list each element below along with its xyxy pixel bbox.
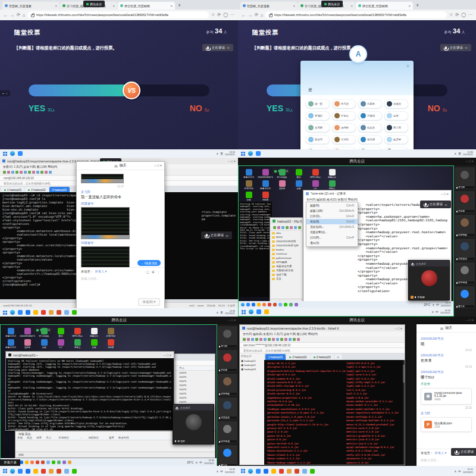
chat-image[interactable]: [81, 207, 130, 239]
window-controls[interactable]: ‒ □ ×: [466, 159, 474, 163]
tray-expand-icon[interactable]: ∧: [431, 310, 434, 314]
start-button[interactable]: [242, 310, 246, 314]
edge-icon[interactable]: [248, 151, 253, 156]
file-menu-item[interactable]: 另存为(A)...Ctrl+Shift+S: [306, 224, 358, 230]
wechat-icon[interactable]: [284, 303, 287, 306]
folder-icon[interactable]: [49, 310, 54, 315]
tray-expand-icon[interactable]: ∧: [454, 469, 456, 473]
tray-expand-icon[interactable]: ∧: [432, 303, 434, 306]
start-button[interactable]: [3, 311, 7, 315]
sync-icon[interactable]: ⟳: [217, 12, 221, 17]
tab-close-icon[interactable]: ×: [170, 4, 173, 8]
desktop-icon[interactable]: 快乐总攻略: [36, 328, 52, 337]
chat-messages[interactable]: 20041813科可杰 嗯 15:11 20041813科可杰 在共享 15:1…: [416, 333, 476, 449]
send-button[interactable]: 发送(S) ▾: [138, 298, 160, 306]
powerpoint-icon[interactable]: [295, 469, 299, 474]
voter-chip[interactable]: 孙伟彬: [332, 123, 356, 132]
input-language[interactable]: 中: [458, 469, 461, 473]
terminal-output[interactable]: derby-10.11.1.1.jardisruptor-3.3.6.jardr…: [264, 360, 405, 465]
file-menu-item[interactable]: 新窗口(W)Ctrl+Shift+N: [306, 208, 358, 214]
participant-tile[interactable]: 童力嘉: [218, 445, 237, 467]
new-session-tab[interactable]: +: [334, 354, 342, 360]
desktop-icon[interactable]: 压缩包: [20, 339, 35, 349]
wps-icon[interactable]: [36, 461, 39, 464]
scrollbar[interactable]: [403, 360, 405, 465]
tab-close-icon[interactable]: ×: [55, 4, 57, 8]
desktop-icon[interactable]: 文档: [241, 192, 256, 201]
chat-sender[interactable]: 龙飞阳: [81, 190, 160, 194]
terminal-output[interactable]: Starting ZK Failover Controllers on NN h…: [6, 358, 174, 430]
wps-icon[interactable]: [268, 303, 271, 306]
edge-icon[interactable]: [10, 469, 15, 474]
start-button[interactable]: [241, 469, 245, 473]
desktop-icon[interactable]: LrC: [308, 180, 323, 190]
wps-icon[interactable]: [41, 469, 46, 474]
voter-chip[interactable]: 方炳成: [358, 111, 382, 120]
file-menu-item[interactable]: 打开(O)...Ctrl+O: [306, 214, 358, 219]
desktop-icon[interactable]: 文档: [291, 180, 306, 190]
notepad-titlebar[interactable]: *core-site (2).xml - 记事本‒ □ ×: [303, 190, 451, 197]
edge-icon[interactable]: [10, 310, 15, 315]
voter-chip[interactable]: 郭亚伦: [306, 135, 330, 144]
voter-chip[interactable]: 益君: [384, 111, 408, 120]
photos-icon[interactable]: [64, 310, 69, 315]
participant-tile[interactable]: 齐老师: [455, 191, 475, 213]
speaker-mini-window[interactable]: 正在讲话 齐老师: [408, 260, 450, 300]
session-item[interactable]: ▣ hadoop01: [241, 359, 265, 363]
window-controls[interactable]: ‒ □ ×: [228, 318, 236, 322]
wechat-icon[interactable]: [310, 469, 315, 474]
browser-tab[interactable]: 智慧树_百度搜索×: [2, 2, 60, 10]
wechat-icon[interactable]: [52, 461, 55, 464]
voter-chip[interactable]: 陈彦男: [384, 135, 408, 144]
xshell-menubar[interactable]: 文件(F) 编辑(E) 查看(V) 工具(T) 选项卡(B) 窗口(W) 帮助(…: [240, 331, 405, 336]
desktop-icon[interactable]: 新建文本: [324, 169, 340, 178]
wps-icon[interactable]: [41, 310, 46, 315]
voter-chip[interactable]: 李逸轩: [306, 111, 330, 120]
meeting-titlebar[interactable]: 腾讯会议‒ □ ×: [238, 317, 476, 324]
new-tab-button[interactable]: +: [416, 2, 419, 8]
input-language[interactable]: 中: [199, 461, 202, 464]
desktop-icon[interactable]: 文档: [36, 339, 52, 349]
explorer-icon[interactable]: [25, 461, 29, 464]
meeting-app-icon[interactable]: [18, 151, 23, 156]
tab-close-icon[interactable]: ×: [350, 4, 353, 8]
window-controls[interactable]: ‒ □ ×: [228, 159, 236, 163]
start-button[interactable]: [241, 152, 245, 156]
chat-sender[interactable]: 20041813科可杰: [421, 370, 472, 374]
xshell-titlebar[interactable]: root@hadoop01:/export/servers/apache-hiv…: [240, 325, 405, 331]
voter-chip[interactable]: 沈家君: [358, 99, 382, 108]
tab-hadoop03[interactable]: 3 hadoop03: [311, 354, 334, 360]
voter-chip[interactable]: 葛玮潇: [358, 135, 382, 144]
profile-icon[interactable]: ◯: [223, 12, 228, 17]
desktop-icon[interactable]: WPS Office: [70, 328, 85, 337]
chat-sender[interactable]: 05李睿宇: [81, 202, 160, 206]
session-item[interactable]: ▣ hadoop02: [241, 363, 265, 367]
emoji-icon[interactable]: ⊞: [152, 270, 155, 274]
chat-messages[interactable]: 13:27 龙飞阳 我一直没输入监听的命令 05李睿宇 05李睿宇 05李睿宇 …: [77, 170, 164, 267]
desktop-icon[interactable]: 新建 DOCX: [3, 328, 18, 337]
photos-icon[interactable]: [278, 303, 282, 306]
firefox-icon[interactable]: [30, 461, 34, 464]
outlook-icon[interactable]: [264, 469, 268, 474]
browser-tab-active[interactable]: 课堂投票_智慧树网×: [356, 2, 413, 10]
outlook-icon[interactable]: [26, 469, 30, 474]
explorer-icon[interactable]: [257, 303, 261, 306]
edge-icon[interactable]: [241, 303, 245, 306]
mention-icon[interactable]: ⋮: [157, 270, 161, 274]
edge-icon[interactable]: [10, 151, 15, 156]
home-icon[interactable]: ⌂: [23, 13, 25, 17]
voter-chip[interactable]: 沈岱玮: [332, 135, 356, 144]
voter-chip[interactable]: 徐一哲: [306, 99, 330, 108]
participant-tile[interactable]: 龙飞阳: [455, 167, 475, 189]
new-tab-button[interactable]: +: [178, 2, 181, 8]
chat-sender[interactable]: 20041813科可杰: [421, 337, 472, 341]
meeting-app-icon[interactable]: [256, 151, 261, 156]
powerpoint-icon[interactable]: [41, 461, 45, 464]
powerpoint-icon[interactable]: [57, 310, 61, 315]
forward-icon[interactable]: →: [248, 13, 252, 17]
window-controls[interactable]: ‒ □ ×: [164, 353, 171, 357]
chat-image-cropped[interactable]: [81, 174, 124, 183]
chat-sender[interactable]: 龙飞阳: [421, 411, 472, 415]
tray-expand-icon[interactable]: ∧: [216, 469, 218, 473]
voter-chip[interactable]: 叶翠众: [332, 111, 356, 120]
